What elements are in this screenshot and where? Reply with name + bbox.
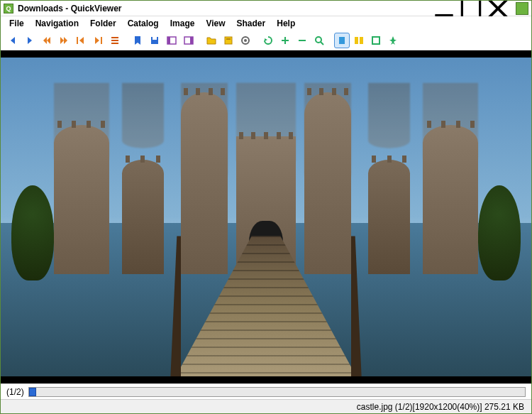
svg-point-31 [316,37,321,43]
menu-navigation[interactable]: Navigation [30,17,84,30]
catalog-button[interactable] [221,33,236,48]
svg-rect-18 [153,37,157,40]
list-button[interactable] [107,33,123,48]
svg-rect-33 [339,37,345,44]
svg-rect-14 [111,37,118,38]
maximize-button[interactable] [458,1,484,16]
menu-view[interactable]: View [200,17,231,30]
first-button[interactable] [73,33,89,48]
menu-shader[interactable]: Shader [231,17,272,30]
corner-icon [516,2,528,15]
fullscreen-button[interactable] [368,33,384,48]
svg-marker-7 [47,37,50,44]
menu-file[interactable]: File [4,17,30,30]
fast-forward-button[interactable] [56,33,72,48]
svg-rect-10 [77,37,78,44]
letterbox [1,50,531,58]
svg-rect-36 [372,37,379,44]
last-button[interactable] [90,33,106,48]
page-indicator: (1/2) [6,387,24,397]
svg-rect-1 [462,0,480,17]
svg-marker-6 [43,37,47,44]
page-slider[interactable] [28,387,526,397]
svg-rect-34 [355,37,358,44]
svg-rect-23 [225,37,232,44]
svg-rect-16 [111,43,118,44]
titlebar: Q Downloads - QuickViewer [1,1,531,16]
svg-rect-15 [111,40,118,41]
settings-button[interactable] [238,33,253,48]
svg-marker-12 [95,37,99,44]
folder-button[interactable] [204,33,219,48]
image-viewport[interactable] [1,50,531,383]
pin-button[interactable] [385,33,401,48]
menu-image[interactable]: Image [165,17,201,30]
panel-left-button[interactable] [164,33,179,48]
minimize-button[interactable] [431,1,458,16]
panel-right-button[interactable] [181,33,196,48]
fast-rewind-button[interactable] [39,33,55,48]
slider-thumb[interactable] [29,388,36,396]
svg-marker-8 [60,37,64,44]
svg-rect-20 [167,37,170,44]
letterbox [1,376,531,383]
window-title: Downloads - QuickViewer [18,4,121,13]
svg-rect-29 [284,37,286,44]
svg-point-26 [244,39,247,42]
bookmark-button[interactable] [130,33,145,48]
svg-rect-35 [360,37,363,44]
toolbar [1,31,531,50]
svg-rect-22 [190,37,193,44]
zoom-in-button[interactable] [277,33,293,48]
rotate-button[interactable] [260,33,276,48]
svg-rect-24 [226,38,231,40]
statusbar: castle.jpg (1/2)[1920x1200(40%)] 275.21 … [1,399,531,413]
svg-marker-4 [11,37,15,44]
zoom-button[interactable] [311,33,327,48]
pager-bar: (1/2) [1,383,531,399]
dual-page-button[interactable] [351,33,367,48]
prev-button[interactable] [5,33,21,48]
app-icon: Q [4,4,13,13]
displayed-image [1,58,531,376]
svg-marker-27 [265,38,267,41]
zoom-out-button[interactable] [294,33,310,48]
single-page-button[interactable] [334,33,350,48]
svg-marker-11 [79,37,84,44]
close-button[interactable] [484,1,511,16]
next-button[interactable] [22,33,38,48]
svg-marker-9 [64,37,67,44]
svg-marker-5 [28,37,32,44]
status-text: castle.jpg (1/2)[1920x1200(40%)] 275.21 … [357,402,524,412]
svg-rect-13 [101,37,102,44]
menu-help[interactable]: Help [271,17,301,30]
save-button[interactable] [147,33,162,48]
menu-catalog[interactable]: Catalog [122,17,165,30]
menubar: File Navigation Folder Catalog Image Vie… [1,16,531,31]
svg-line-32 [321,42,323,45]
svg-rect-30 [299,40,306,41]
menu-folder[interactable]: Folder [84,17,122,30]
